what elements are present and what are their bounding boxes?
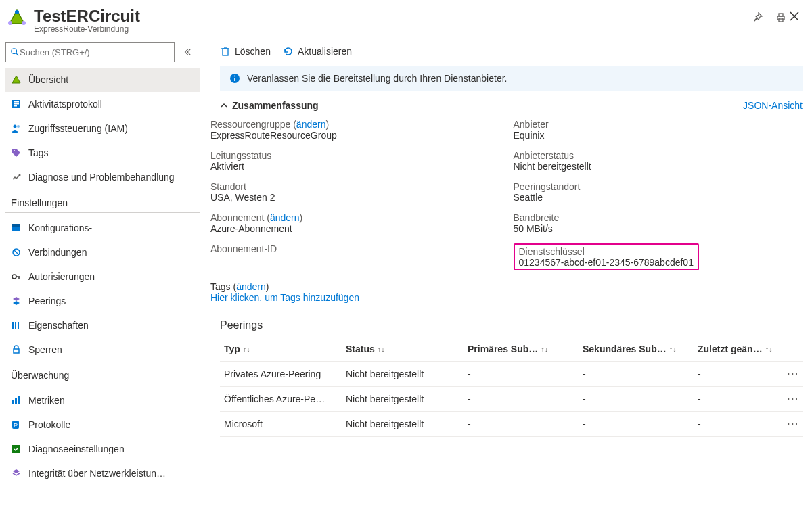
svg-point-14 <box>14 150 15 151</box>
table-header[interactable]: Typ↑↓ <box>224 343 346 354</box>
sidebar-item-diagnose[interactable]: Diagnose und Problembehandlung <box>5 165 200 189</box>
service-key-value: 01234567-abcd-ef01-2345-6789abcdef01 <box>519 257 694 268</box>
delete-icon <box>220 46 231 57</box>
sidebar-item-connections[interactable]: Verbindungen <box>5 240 200 264</box>
sidebar-item-config[interactable]: Konfigurations- <box>5 216 200 240</box>
network-health-icon <box>11 468 22 479</box>
sidebar-item-label: Protokolle <box>28 419 70 430</box>
diag-settings-icon <box>11 444 22 454</box>
add-tags-link[interactable]: Hier klicken, um Tags hinzuzufügen <box>210 292 359 303</box>
service-key-highlight: Dienstschlüssel 01234567-abcd-ef01-2345-… <box>514 243 699 270</box>
peerings-table: Typ↑↓Status↑↓Primäres Sub…↑↓Sekundäres S… <box>220 337 803 437</box>
svg-point-6 <box>12 49 17 54</box>
svg-point-13 <box>17 125 20 128</box>
sidebar-item-network-health[interactable]: Integrität über Netzwerkleistun… <box>5 461 200 485</box>
sidebar-section-settings: Einstellungen <box>5 189 200 213</box>
sidebar-item-label: Sperren <box>28 344 62 355</box>
subscription-link[interactable]: Azure-Abonnement <box>210 223 500 234</box>
search-input[interactable] <box>20 47 170 57</box>
sidebar-item-activity-log[interactable]: Aktivitätsprotokoll <box>5 92 200 116</box>
svg-point-38 <box>234 76 235 77</box>
change-subscription-link[interactable]: ändern <box>270 212 300 223</box>
sidebar-item-logs[interactable]: PProtokolle <box>5 412 200 437</box>
search-icon <box>10 47 20 57</box>
svg-rect-26 <box>14 349 19 353</box>
sidebar-item-label: Konfigurations- <box>28 222 92 233</box>
sidebar-item-metrics[interactable]: Metriken <box>5 388 200 412</box>
sidebar-item-label: Diagnose und Problembehandlung <box>28 172 175 183</box>
sort-icon: ↑↓ <box>541 345 548 353</box>
summary-toggle[interactable]: Zusammenfassung <box>220 100 319 111</box>
table-header[interactable]: Status↑↓ <box>346 343 468 354</box>
peerings-icon <box>11 295 22 306</box>
logs-icon: P <box>11 419 22 430</box>
row-more-button[interactable]: ··· <box>779 394 799 404</box>
tag-icon <box>11 147 22 158</box>
sidebar-item-label: Autorisierungen <box>28 271 95 282</box>
sidebar-item-peerings[interactable]: Peerings <box>5 289 200 313</box>
sort-icon: ↑↓ <box>765 345 773 353</box>
pin-button[interactable] <box>751 11 765 24</box>
sidebar-item-label: Integrität über Netzwerkleistun… <box>28 468 166 479</box>
row-more-button[interactable]: ··· <box>779 369 799 379</box>
svg-rect-37 <box>234 78 235 81</box>
sidebar-section-monitoring: Überwachung <box>5 362 200 385</box>
svg-rect-23 <box>12 322 14 329</box>
table-header[interactable]: Zuletzt geän…↑↓ <box>698 343 779 354</box>
sort-icon: ↑↓ <box>378 345 385 353</box>
page-subtitle: ExpressRoute-Verbindung <box>34 24 744 34</box>
sidebar-item-label: Tags <box>28 147 49 158</box>
info-icon <box>229 73 240 84</box>
change-resource-group-link[interactable]: ändern <box>296 119 326 130</box>
collapse-sidebar-button[interactable] <box>181 46 194 58</box>
svg-rect-24 <box>15 322 16 329</box>
table-row[interactable]: Öffentliches Azure-Pe…Nicht bereitgestel… <box>220 387 803 412</box>
sidebar-item-label: Aktivitätsprotokoll <box>28 99 102 110</box>
info-banner: Veranlassen Sie die Bereitstellung durch… <box>220 66 803 91</box>
json-view-link[interactable]: JSON-Ansicht <box>743 100 803 111</box>
resource-icon <box>5 7 28 30</box>
change-tags-link[interactable]: ändern <box>236 281 266 292</box>
activity-log-icon <box>11 99 22 110</box>
table-row[interactable]: Privates Azure-PeeringNicht bereitgestel… <box>220 362 803 387</box>
close-button[interactable] <box>788 9 801 23</box>
sidebar-item-label: Diagnoseeinstellungen <box>28 444 125 454</box>
svg-rect-27 <box>12 400 14 404</box>
svg-line-19 <box>14 250 19 255</box>
svg-rect-25 <box>18 322 19 329</box>
sidebar-item-tag[interactable]: Tags <box>5 141 200 165</box>
sidebar-item-label: Metriken <box>28 395 65 406</box>
delete-button[interactable]: Löschen <box>220 46 271 57</box>
auth-icon <box>11 271 22 282</box>
summary-grid: Ressourcengruppe (ändern) ExpressRouteRe… <box>200 115 803 280</box>
config-icon <box>11 222 22 233</box>
sidebar-item-label: Zugriffssteuerung (IAM) <box>28 123 128 134</box>
svg-rect-11 <box>14 105 17 107</box>
svg-rect-9 <box>14 101 19 103</box>
search-box[interactable] <box>5 42 175 62</box>
iam-icon <box>11 123 22 134</box>
table-row[interactable]: MicrosoftNicht bereitgestellt---··· <box>220 412 803 437</box>
metrics-icon <box>11 395 22 406</box>
sidebar-item-diag-settings[interactable]: Diagnoseeinstellungen <box>5 437 200 461</box>
sidebar-item-label: Eigenschaften <box>28 320 89 331</box>
sidebar-item-properties[interactable]: Eigenschaften <box>5 313 200 337</box>
sort-icon: ↑↓ <box>669 345 677 353</box>
table-header[interactable]: Sekundäres Sub…↑↓ <box>583 343 698 354</box>
sidebar-item-auth[interactable]: Autorisierungen <box>5 264 200 289</box>
content-pane: Löschen Aktualisieren Veranlassen Sie di… <box>200 39 812 522</box>
table-header[interactable]: Primäres Sub…↑↓ <box>468 343 583 354</box>
print-button[interactable] <box>774 11 788 24</box>
resource-group-link[interactable]: ExpressRouteResourceGroup <box>210 130 500 141</box>
toolbar: Löschen Aktualisieren <box>200 39 803 64</box>
sidebar-item-triangle[interactable]: Übersicht <box>5 68 200 92</box>
sidebar-item-label: Übersicht <box>28 74 68 85</box>
svg-line-7 <box>16 53 19 56</box>
sidebar-item-lock[interactable]: Sperren <box>5 337 200 362</box>
refresh-button[interactable]: Aktualisieren <box>283 46 352 57</box>
svg-point-1 <box>22 21 26 25</box>
sidebar-item-iam[interactable]: Zugriffssteuerung (IAM) <box>5 116 200 141</box>
svg-rect-16 <box>12 227 20 231</box>
row-more-button[interactable]: ··· <box>779 419 799 429</box>
properties-icon <box>11 320 22 331</box>
